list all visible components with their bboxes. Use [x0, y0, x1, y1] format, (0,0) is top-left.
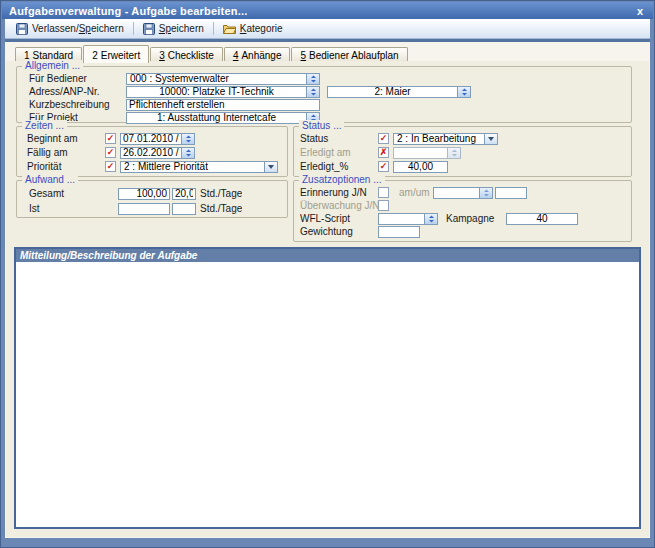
gesamt-row: Gesamt Std./Tage — [29, 187, 287, 200]
group-aufwand: Aufwand ... Gesamt Std./Tage Ist Std./Ta… — [16, 180, 288, 218]
faellig-am-date-input[interactable] — [120, 147, 182, 159]
status-dropdown[interactable]: 2 : In Bearbeitung — [393, 133, 498, 145]
erledigt-am-date-input[interactable] — [393, 147, 448, 159]
group-title: Zusatzoptionen ... — [299, 174, 385, 185]
up-down-arrows-icon — [483, 189, 490, 197]
group-title: Aufwand ... — [22, 174, 78, 185]
prioritaet-dropdown[interactable]: 2 : Mittlere Priorität — [120, 161, 278, 173]
close-button[interactable]: x — [634, 5, 646, 17]
mitteilung-panel: Mitteilung/Beschreibung der Aufgabe — [14, 247, 641, 529]
erinnerung-time-combo[interactable] — [433, 187, 493, 199]
beginnt-am-checkbox[interactable]: ✓ — [105, 133, 116, 144]
dropdown-button[interactable] — [485, 133, 498, 145]
chevron-down-icon — [268, 165, 274, 169]
spinner-button[interactable] — [425, 213, 438, 225]
erledigt-pct-checkbox[interactable]: ✓ — [378, 161, 389, 172]
erledigt-am-row: Erledigt am ✗ — [300, 146, 631, 159]
window: Aufgabenverwaltung - Aufgabe bearbeiten.… — [0, 0, 655, 548]
erledigt-am-checkbox[interactable]: ✗ — [378, 147, 389, 158]
gesamt-label: Gesamt — [29, 188, 118, 199]
beginnt-am-label: Beginnt am — [27, 133, 105, 144]
am-um-label: am/um — [399, 187, 433, 198]
up-down-arrows-icon — [310, 75, 317, 83]
wfl-script-row: WFL-Script Kampagne — [300, 212, 631, 225]
erinnerung-checkbox[interactable] — [378, 187, 389, 198]
gewichtung-row: Gewichtung — [300, 225, 631, 238]
spinner-button[interactable] — [448, 147, 461, 159]
up-down-arrows-icon — [451, 149, 458, 157]
ueberwachung-row: Überwachung J/N — [300, 199, 631, 212]
fuer-bediener-label: Für Bediener — [29, 73, 126, 84]
button-label: Kategorie — [240, 23, 283, 34]
content-panel: Allgemein ... Für Bediener 000 : Systemv… — [6, 61, 649, 537]
group-title: Allgemein ... — [22, 60, 83, 71]
tab-strip: 1Standard 2Erweitert 3Checkliste 4Anhäng… — [5, 42, 650, 63]
gesamt-std-input[interactable] — [118, 188, 170, 200]
group-status: Status ... Status ✓ 2 : In Bearbeitung E… — [293, 126, 632, 177]
window-title: Aufgabenverwaltung - Aufgabe bearbeiten.… — [9, 5, 634, 17]
open-folder-icon — [223, 23, 236, 34]
dropdown-button[interactable] — [265, 161, 278, 173]
spinner-button[interactable] — [480, 187, 493, 199]
fuer-bediener-row: Für Bediener 000 : Systemverwalter — [29, 72, 631, 85]
save-icon — [16, 23, 28, 35]
beginnt-am-date-input[interactable] — [120, 133, 182, 145]
gesamt-tage-input[interactable] — [172, 188, 196, 200]
group-title: Zeiten ... — [22, 120, 67, 131]
speichern-button[interactable]: Speichern — [137, 21, 210, 37]
ist-label: Ist — [29, 203, 118, 214]
gesamt-unit-label: Std./Tage — [200, 188, 242, 199]
erledigt-pct-row: Erledigt_% ✓ — [300, 160, 631, 173]
save-icon — [143, 23, 155, 35]
erinnerung-extra-input[interactable] — [495, 187, 527, 199]
prioritaet-row: Priorität ✓ 2 : Mittlere Priorität — [27, 160, 287, 173]
mitteilung-header: Mitteilung/Beschreibung der Aufgabe — [16, 249, 639, 262]
kategorie-button[interactable]: Kategorie — [217, 21, 289, 36]
faellig-am-checkbox[interactable]: ✓ — [105, 147, 116, 158]
up-down-arrows-icon — [461, 88, 468, 96]
status-checkbox[interactable]: ✓ — [378, 133, 389, 144]
adress-row: Adress/ANP-Nr. 10000: Platzke IT-Technik… — [29, 85, 631, 98]
group-zusatzoptionen: Zusatzoptionen ... Erinnerung J/N am/um … — [293, 180, 632, 242]
prioritaet-label: Priorität — [27, 161, 105, 172]
up-down-arrows-icon — [185, 135, 192, 143]
chevron-down-icon — [488, 137, 494, 141]
spinner-button[interactable] — [307, 73, 320, 85]
tab-erweitert[interactable]: 2Erweitert — [83, 45, 149, 63]
ist-std-input[interactable] — [118, 203, 170, 215]
fuer-projekt-combo[interactable]: 1: Ausstattung Internetcafe — [126, 112, 320, 124]
kampagne-input[interactable] — [506, 213, 578, 225]
kurzbeschreibung-row: Kurzbeschreibung — [29, 98, 631, 111]
kampagne-label: Kampagne — [446, 213, 498, 224]
spinner-button[interactable] — [182, 133, 195, 145]
toolbar-separator — [133, 22, 134, 35]
mitteilung-body — [16, 262, 639, 527]
erledigt-pct-input[interactable] — [393, 161, 448, 173]
status-label: Status — [300, 133, 378, 144]
titlebar: Aufgabenverwaltung - Aufgabe bearbeiten.… — [2, 2, 653, 19]
gewichtung-input[interactable] — [378, 226, 420, 238]
spinner-button[interactable] — [458, 86, 471, 98]
verlassen-speichern-button[interactable]: Verlassen/Speichern — [10, 21, 130, 37]
wfl-script-combo[interactable] — [378, 213, 438, 225]
button-label: Verlassen/Speichern — [32, 23, 124, 34]
ist-unit-label: Std./Tage — [200, 203, 242, 214]
group-title: Status ... — [299, 120, 344, 131]
button-label: Speichern — [159, 23, 204, 34]
spinner-button[interactable] — [307, 86, 320, 98]
erinnerung-label: Erinnerung J/N — [300, 187, 378, 198]
kurzbeschreibung-input[interactable] — [126, 99, 320, 111]
ansprechpartner-combo[interactable]: 2: Maier — [327, 86, 471, 98]
mitteilung-textarea[interactable] — [16, 262, 639, 527]
erinnerung-row: Erinnerung J/N am/um — [300, 186, 631, 199]
adress-anp-combo[interactable]: 10000: Platzke IT-Technik — [126, 86, 320, 98]
erledigt-pct-label: Erledigt_% — [300, 161, 378, 172]
prioritaet-checkbox[interactable]: ✓ — [105, 161, 116, 172]
group-zeiten: Zeiten ... Beginnt am ✓ Fällig am ✓ Pri — [16, 126, 288, 177]
spinner-button[interactable] — [182, 147, 195, 159]
fuer-bediener-combo[interactable]: 000 : Systemverwalter — [126, 73, 320, 85]
ist-tage-input[interactable] — [172, 203, 196, 215]
beginnt-am-row: Beginnt am ✓ — [27, 132, 287, 145]
adress-anp-label: Adress/ANP-Nr. — [29, 86, 126, 97]
ueberwachung-checkbox[interactable] — [378, 200, 389, 211]
